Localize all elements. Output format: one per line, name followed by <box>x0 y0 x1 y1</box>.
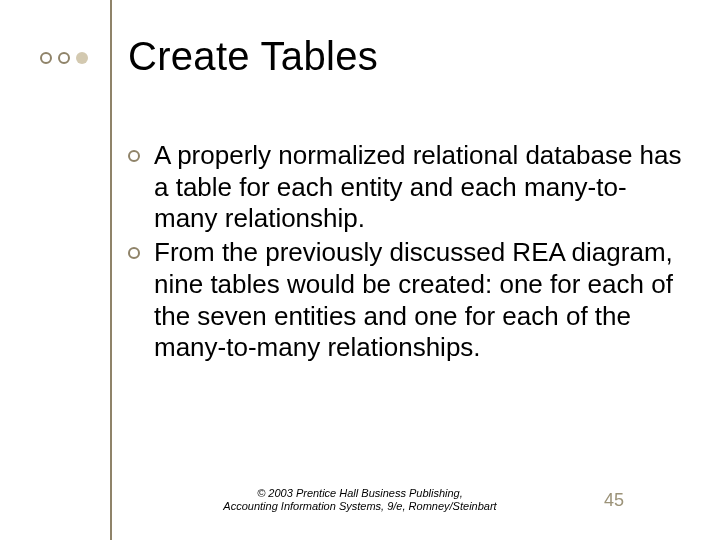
decorative-dots <box>40 52 88 64</box>
slide: Create Tables A properly normalized rela… <box>0 0 720 540</box>
footer-text: © 2003 Prentice Hall Business Publishing… <box>223 487 496 515</box>
page-number: 45 <box>604 490 624 511</box>
slide-body: A properly normalized relational databas… <box>128 140 688 366</box>
bullet-icon <box>128 247 140 259</box>
slide-title: Create Tables <box>128 34 378 79</box>
dot-icon <box>40 52 52 64</box>
list-item: A properly normalized relational databas… <box>128 140 688 235</box>
list-item: From the previously discussed REA diagra… <box>128 237 688 364</box>
footer-line-2: Accounting Information Systems, 9/e, Rom… <box>223 500 496 512</box>
vertical-divider <box>110 0 112 540</box>
footer-line-1: © 2003 Prentice Hall Business Publishing… <box>257 487 463 499</box>
dot-icon <box>76 52 88 64</box>
bullet-text: From the previously discussed REA diagra… <box>154 237 688 364</box>
bullet-text: A properly normalized relational databas… <box>154 140 688 235</box>
bullet-icon <box>128 150 140 162</box>
dot-icon <box>58 52 70 64</box>
